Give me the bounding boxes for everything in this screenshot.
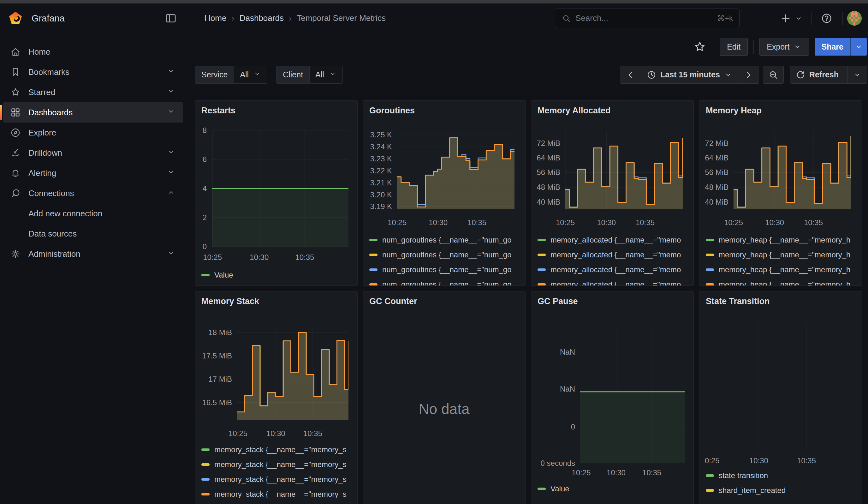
share-chevron-icon[interactable]	[850, 38, 867, 55]
share-button[interactable]: Share	[815, 38, 850, 55]
memory-stack-chart[interactable]	[237, 326, 349, 420]
add-new-chevron-icon[interactable]	[794, 14, 803, 23]
sidebar-item-dashboards[interactable]: Dashboards	[3, 102, 183, 123]
legend-item[interactable]: memory_heap {__name__="memory_h	[706, 249, 860, 260]
state-transition-chart[interactable]	[700, 323, 862, 449]
memory-allocated-chart[interactable]	[565, 131, 683, 209]
legend-series-marker	[706, 283, 714, 286]
legend-item[interactable]: num_goroutines {__name__="num_go	[369, 235, 523, 245]
sidebar-item-administration[interactable]: Administration	[3, 244, 183, 264]
chevron-down-icon[interactable]	[167, 168, 175, 179]
panel-title[interactable]: Memory Stack	[202, 297, 259, 306]
legend-series-label: memory_stack {__name__="memory_s	[214, 460, 347, 469]
legend-item[interactable]: num_goroutines {__name__="num_go	[369, 264, 523, 275]
chevron-down-icon[interactable]	[167, 87, 175, 98]
legend-item[interactable]: memory_stack {__name__="memory_s	[202, 474, 355, 485]
legend-item[interactable]: memory_heap {__name__="memory_h	[706, 264, 860, 275]
legend-series-marker	[369, 254, 378, 256]
time-shift-back-button[interactable]	[620, 66, 641, 83]
legend-item[interactable]: memory_stack {__name__="memory_s	[202, 444, 355, 455]
zoom-out-time-button[interactable]	[763, 66, 783, 83]
refresh-interval-chevron-icon[interactable]	[847, 66, 867, 83]
panel-title[interactable]: GC Pause	[538, 297, 578, 306]
panel-title[interactable]: Restarts	[202, 106, 236, 116]
y-axis-label: 3.20 K	[370, 191, 392, 199]
sidebar-item-bookmarks[interactable]: Bookmarks	[3, 62, 183, 82]
search-input[interactable]: Search... ⌘+k	[555, 9, 740, 28]
variable-service: ServiceAll	[195, 66, 267, 84]
chevron-up-icon[interactable]	[167, 188, 175, 199]
legend-item[interactable]: state transition	[706, 470, 860, 481]
legend-item[interactable]: memory_allocated {__name__="memo	[538, 279, 692, 286]
legend-item[interactable]: Value	[202, 270, 355, 280]
search-placeholder: Search...	[576, 13, 713, 23]
legend-item[interactable]: memory_allocated {__name__="memo	[538, 264, 692, 275]
breadcrumb-current-dashboard: Temporal Server Metrics	[297, 13, 386, 23]
y-axis-label: 64 MiB	[537, 154, 560, 162]
legend-series-marker	[538, 254, 546, 256]
export-button[interactable]: Export	[760, 38, 809, 55]
sidebar-item-add-new-connection[interactable]: Add new connection	[3, 203, 183, 224]
legend-item[interactable]: memory_heap {__name__="memory_h	[706, 279, 860, 286]
sidebar-item-data-sources[interactable]: Data sources	[3, 224, 183, 244]
time-range-picker[interactable]: Last 15 minutes	[641, 66, 738, 83]
restarts-chart[interactable]	[212, 131, 349, 247]
edit-button[interactable]: Edit	[720, 38, 748, 55]
legend-series-label: memory_stack {__name__="memory_s	[214, 475, 347, 484]
sidebar-item-label: Connections	[28, 188, 167, 198]
avatar[interactable]	[847, 11, 862, 25]
sidebar-item-label: Administration	[28, 249, 167, 259]
add-new-icon[interactable]	[779, 12, 792, 24]
panel-title[interactable]: Memory Allocated	[538, 106, 611, 116]
variable-label: Client	[277, 66, 309, 83]
sidebar-item-label: Alerting	[28, 168, 167, 178]
legend-series-marker	[369, 268, 378, 271]
sidebar-item-alerting[interactable]: Alerting	[3, 163, 183, 183]
gc-pause-chart[interactable]	[580, 327, 685, 463]
grafana-logo-icon[interactable]	[8, 11, 23, 25]
memory-heap-chart[interactable]	[734, 131, 851, 209]
breadcrumb-home[interactable]: Home	[205, 13, 226, 23]
panel-title[interactable]: Goroutines	[369, 106, 415, 116]
legend-series-label: memory_heap {__name__="memory_h	[719, 236, 850, 245]
chevron-down-icon[interactable]	[167, 66, 175, 78]
breadcrumb-dashboards[interactable]: Dashboards	[240, 13, 284, 23]
variable-value-dropdown[interactable]: All	[309, 66, 342, 83]
refresh-button[interactable]: Refresh	[790, 66, 847, 83]
legend-item[interactable]: memory_stack {__name__="memory_s	[202, 459, 355, 470]
sidebar-item-label: Dashboards	[28, 108, 167, 117]
sidebar-item-connections[interactable]: Connections	[3, 183, 183, 203]
panel-title[interactable]: State Transition	[706, 297, 770, 306]
legend-item[interactable]: num_goroutines {__name__="num_go	[369, 249, 523, 260]
variable-value-dropdown[interactable]: All	[234, 66, 267, 83]
y-axis-label: NaN	[560, 384, 575, 393]
favorite-star-icon[interactable]	[692, 40, 708, 53]
sidebar-item-label: Drilldown	[28, 148, 167, 158]
sidebar-item-explore[interactable]: Explore	[3, 123, 183, 143]
goroutines-chart[interactable]	[397, 131, 515, 209]
panel-title[interactable]: GC Counter	[369, 297, 417, 306]
chevron-down-icon	[253, 70, 261, 80]
sidebar-collapse-icon[interactable]	[164, 12, 177, 25]
legend-item[interactable]: Value	[538, 483, 692, 494]
help-icon[interactable]	[821, 12, 833, 24]
sidebar-item-drilldown[interactable]: Drilldown	[3, 143, 183, 163]
x-axis-label: 10:25	[203, 253, 222, 262]
legend-item[interactable]: memory_stack {__name__="memory_s	[202, 489, 355, 500]
legend-item[interactable]: num_goroutines {__name__="num_go	[369, 279, 523, 286]
x-axis-label: 10:25	[572, 468, 591, 477]
chevron-down-icon[interactable]	[167, 107, 175, 118]
legend-item[interactable]: shard_item_created	[706, 485, 860, 496]
panel-title[interactable]: Memory Heap	[706, 106, 762, 116]
legend-series-label: num_goroutines {__name__="num_go	[382, 280, 512, 286]
time-shift-forward-button[interactable]	[738, 66, 759, 83]
sidebar-item-home[interactable]: Home	[3, 42, 183, 62]
chevron-down-icon[interactable]	[167, 147, 175, 158]
legend-item[interactable]: memory_allocated {__name__="memo	[538, 235, 692, 245]
legend-item[interactable]: memory_heap {__name__="memory_h	[706, 235, 860, 245]
legend-item[interactable]: memory_allocated {__name__="memo	[538, 249, 692, 260]
chevron-down-icon[interactable]	[167, 248, 175, 260]
drilldown-icon	[10, 147, 28, 158]
panel-goroutines: Goroutines3.25 K3.24 K3.23 K3.22 K3.21 K…	[363, 101, 526, 286]
sidebar-item-starred[interactable]: Starred	[3, 82, 183, 102]
